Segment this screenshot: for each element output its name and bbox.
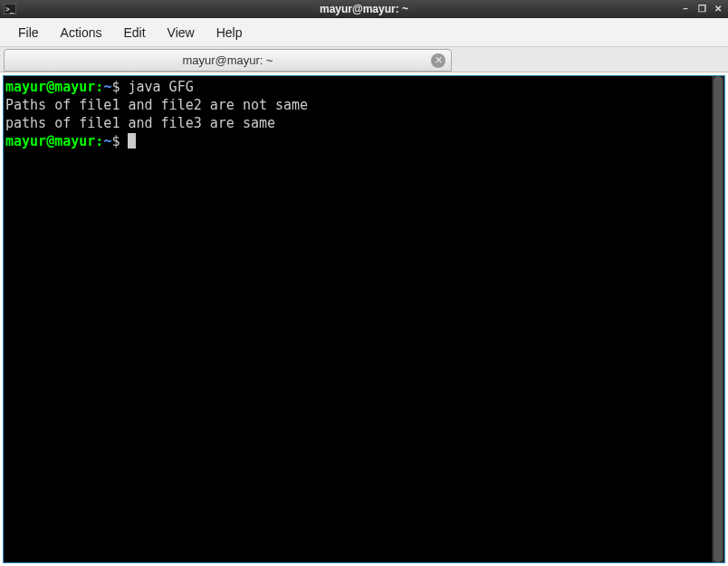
menu-actions[interactable]: Actions <box>50 22 113 43</box>
maximize-button[interactable]: ❐ <box>695 3 708 15</box>
close-button[interactable]: ✕ <box>712 3 724 15</box>
terminal-border: mayur@mayur:~$ java GFGPaths of file1 an… <box>3 75 725 563</box>
tab-terminal-1[interactable]: mayur@mayur: ~ ✕ <box>4 49 452 72</box>
tabbar: mayur@mayur: ~ ✕ <box>0 47 728 72</box>
menu-view[interactable]: View <box>157 22 206 43</box>
window-title: mayur@mayur: ~ <box>320 3 408 15</box>
scrollbar[interactable] <box>712 76 724 562</box>
scrollbar-thumb[interactable] <box>714 76 723 562</box>
menu-file[interactable]: File <box>7 22 50 43</box>
tab-title: mayur@mayur: ~ <box>182 53 273 67</box>
terminal-prompt-line: mayur@mayur:~$ <box>5 132 710 150</box>
terminal-prompt-line: mayur@mayur:~$ java GFG <box>5 78 710 96</box>
terminal-app-icon: >_ <box>4 3 16 15</box>
terminal-container: mayur@mayur:~$ java GFGPaths of file1 an… <box>0 72 728 566</box>
terminal-output-line: Paths of file1 and file2 are not same <box>5 96 710 114</box>
terminal-output[interactable]: mayur@mayur:~$ java GFGPaths of file1 an… <box>4 76 712 562</box>
titlebar: >_ mayur@mayur: ~ – ❐ ✕ <box>0 0 728 18</box>
window-controls: – ❐ ✕ <box>679 3 724 15</box>
tab-close-icon[interactable]: ✕ <box>431 53 445 68</box>
menu-edit[interactable]: Edit <box>112 22 156 43</box>
menu-help[interactable]: Help <box>206 22 254 43</box>
terminal-cursor <box>128 133 136 149</box>
svg-text:>_: >_ <box>5 5 14 14</box>
menubar: File Actions Edit View Help <box>0 18 728 47</box>
minimize-button[interactable]: – <box>679 3 692 15</box>
terminal-output-line: paths of file1 and file3 are same <box>5 114 710 132</box>
